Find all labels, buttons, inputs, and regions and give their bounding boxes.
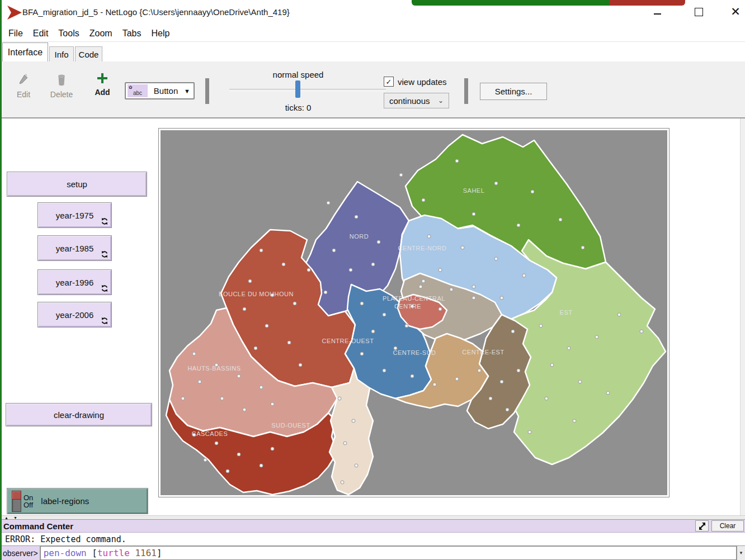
turtle-dot	[567, 347, 570, 350]
command-input[interactable]: pen-down [turtle 1161]	[40, 546, 737, 560]
world-view[interactable]: SAHELESTNORDCENTRE-NORDBOUCLE DU MOUHOUN…	[158, 128, 669, 497]
delete-tool-button[interactable]: Delete	[47, 74, 76, 99]
title-bar: BFA_migration_jd_5 - NetLogo {C:\Users\j…	[0, 0, 745, 25]
turtle-dot	[399, 173, 403, 177]
switch-track[interactable]	[12, 491, 21, 512]
view-updates-checkbox[interactable]: ✓	[384, 77, 394, 87]
turtle-dot	[472, 285, 475, 288]
turtle-dot	[617, 313, 621, 316]
turtle-dot	[293, 302, 296, 305]
clear-drawing-button[interactable]: clear-drawing	[6, 403, 152, 426]
settings-button[interactable]: Settings...	[480, 83, 547, 100]
interface-workspace: setup year-1975year-1985year-1996year-20…	[0, 118, 745, 515]
tab-info[interactable]: Info	[49, 46, 74, 61]
command-center-output: ERROR: Expected command.	[0, 533, 745, 545]
clear-button-label: Clear	[720, 522, 736, 530]
turtle-dot	[226, 469, 229, 473]
region-label-plateau-central: PLATEAU-CENTRAL	[383, 295, 445, 302]
button-year-2006[interactable]: year-2006	[37, 302, 112, 328]
splitter-down-icon[interactable]: ▼	[13, 516, 17, 520]
forever-icon	[101, 317, 109, 325]
command-center-splitter[interactable]: ▲ ▼	[0, 515, 745, 520]
observer-prompt[interactable]: observer>	[0, 546, 40, 560]
region-label-centre-est: CENTRE-EST	[462, 349, 504, 355]
maximize-button[interactable]	[686, 0, 711, 23]
region-label-centre-sud: CENTRE-SUD	[393, 349, 436, 356]
turtle-dot	[265, 324, 268, 328]
menu-file[interactable]: File	[3, 27, 28, 40]
turtle-dot	[640, 330, 643, 333]
button-label: year-1996	[56, 278, 94, 287]
setup-button-label: setup	[67, 179, 87, 189]
turtle-dot	[299, 363, 302, 367]
turtle-dot	[383, 369, 386, 372]
command-history-dropdown[interactable]: ▼	[737, 546, 745, 560]
button-year-1985[interactable]: year-1985	[37, 235, 112, 261]
clear-command-center-button[interactable]: Clear	[711, 520, 744, 531]
add-tool-button[interactable]: Add	[91, 73, 114, 97]
switch-off-label: Off	[23, 501, 33, 509]
button-label: year-1985	[56, 244, 94, 253]
turtle-dot	[539, 324, 543, 328]
turtle-dot	[307, 268, 310, 272]
tab-interface[interactable]: Interface	[2, 42, 48, 61]
switch-name-label: label-regions	[41, 496, 89, 506]
region-label-cascades: CASCADES	[192, 430, 228, 437]
region-label-sahel: SAHEL	[463, 187, 485, 194]
menu-edit[interactable]: Edit	[28, 27, 54, 40]
turtle-dot	[360, 352, 364, 355]
edit-tool-label: Edit	[12, 90, 35, 99]
turtle-dot	[371, 263, 375, 266]
abc-label: abc	[133, 90, 142, 96]
tiny-turtle-icon: ✿	[129, 85, 133, 90]
forever-icon	[101, 250, 109, 258]
turtle-dot	[450, 288, 453, 291]
turtle-dot	[282, 263, 285, 266]
turtle-dot	[248, 279, 252, 283]
splitter-up-icon[interactable]: ▲	[4, 516, 8, 520]
update-mode-value: continuous	[389, 96, 430, 106]
turtle-dot	[433, 383, 436, 386]
turtle-dot	[215, 442, 218, 445]
tab-code[interactable]: Code	[75, 46, 102, 61]
label-regions-switch[interactable]: On Off label-regions	[7, 488, 148, 514]
vertical-scrollbar[interactable]	[740, 118, 745, 515]
button-year-1996[interactable]: year-1996	[37, 269, 112, 295]
command-token: 1161	[130, 548, 157, 558]
setup-button[interactable]: setup	[7, 172, 147, 197]
turtle-dot	[461, 246, 464, 249]
turtle-dot	[349, 268, 352, 272]
view-updates-row: ✓ view updates	[384, 77, 447, 87]
update-mode-dropdown[interactable]: continuous ⌄	[384, 93, 449, 108]
region-label-nord: NORD	[350, 233, 369, 240]
region-label-centre-nord: CENTRE-NORD	[398, 245, 447, 251]
turtle-dot	[352, 419, 355, 423]
share-indicator-red	[609, 0, 685, 6]
speed-slider-track[interactable]	[229, 89, 386, 91]
toolbar: Edit Delete Add ✿ abc Button ▼ normal sp…	[0, 61, 745, 118]
settings-label: Settings...	[495, 87, 532, 96]
turtle-dot	[383, 313, 386, 316]
command-token: pen-down	[44, 548, 87, 558]
speed-slider-thumb[interactable]	[295, 80, 300, 98]
menu-tabs[interactable]: Tabs	[117, 27, 147, 40]
menu-help[interactable]: Help	[146, 27, 175, 40]
switch-knob-icon[interactable]	[12, 491, 21, 500]
turtle-dot	[494, 182, 498, 185]
turtle-dot	[332, 249, 336, 252]
detach-command-center-button[interactable]	[695, 520, 709, 531]
clear-drawing-label: clear-drawing	[54, 410, 104, 420]
menu-tools[interactable]: Tools	[53, 27, 84, 40]
region-sud-ouest	[329, 368, 373, 495]
turtle-dot	[271, 402, 274, 406]
menu-zoom[interactable]: Zoom	[84, 27, 117, 40]
edit-tool-button[interactable]: Edit	[12, 74, 35, 99]
close-button[interactable]: ✕	[723, 0, 745, 23]
button-year-1975[interactable]: year-1975	[37, 202, 112, 228]
screen-share-indicator	[412, 0, 685, 6]
turtle-dot	[360, 302, 364, 305]
widget-type-dropdown[interactable]: ✿ abc Button ▼	[125, 82, 195, 99]
screen-share-left-border	[0, 0, 2, 560]
share-indicator-green	[412, 0, 609, 6]
region-label-boucle: BOUCLE DU MOUHOUN	[219, 291, 294, 297]
